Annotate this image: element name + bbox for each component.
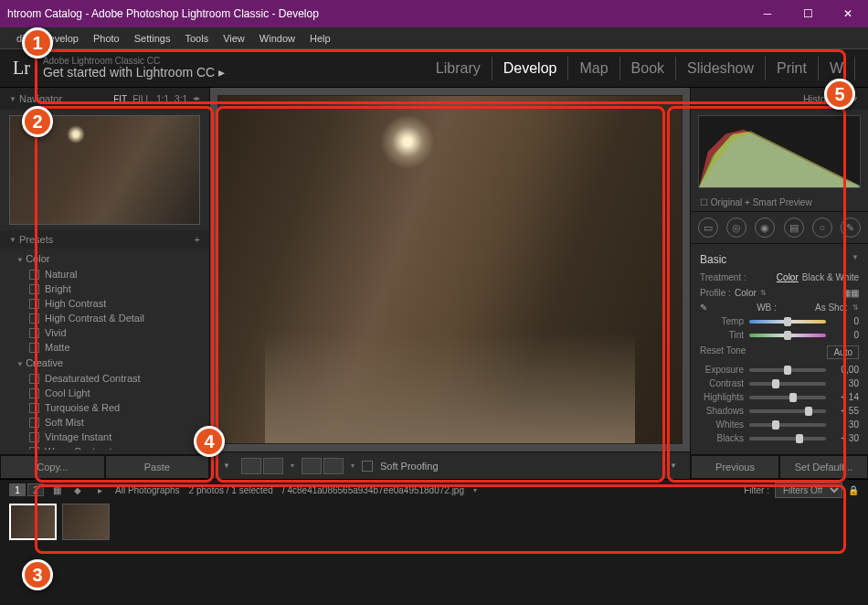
filter-lock-icon[interactable]: 🔒 bbox=[848, 485, 859, 495]
exposure-slider[interactable] bbox=[749, 368, 826, 372]
module-library[interactable]: Library bbox=[425, 57, 492, 80]
loupe-view-button[interactable] bbox=[241, 458, 261, 474]
tint-value[interactable]: 0 bbox=[831, 330, 859, 340]
whites-value[interactable]: - 30 bbox=[831, 419, 859, 430]
prev-photo-icon[interactable]: ◆ bbox=[70, 485, 85, 495]
grid-icon[interactable]: ▦ bbox=[53, 485, 61, 495]
menu-window[interactable]: Window bbox=[252, 30, 302, 47]
nav-1to1[interactable]: 1:1 bbox=[156, 94, 169, 104]
minimize-button[interactable]: ─ bbox=[747, 0, 788, 27]
image-canvas[interactable] bbox=[217, 95, 683, 444]
presets-title: Presets bbox=[19, 234, 53, 245]
shadows-value[interactable]: + 55 bbox=[831, 406, 859, 416]
nav-fill[interactable]: FILL bbox=[132, 94, 151, 104]
blacks-slider[interactable] bbox=[749, 437, 826, 440]
preset-item[interactable]: Desaturated Contrast bbox=[16, 371, 209, 386]
menu-view[interactable]: View bbox=[216, 30, 252, 47]
profile-grid-icon[interactable]: ▦▦ bbox=[842, 288, 859, 298]
thumbnail[interactable] bbox=[62, 504, 110, 540]
next-photo-icon[interactable]: ▸ bbox=[94, 485, 106, 495]
nav-fit[interactable]: FIT bbox=[113, 94, 127, 104]
preset-item[interactable]: Cool Light bbox=[16, 386, 209, 400]
preset-group-color[interactable]: Color bbox=[16, 250, 209, 267]
highlights-value[interactable]: + 14 bbox=[831, 392, 859, 402]
blacks-value[interactable]: + 30 bbox=[831, 433, 859, 443]
wb-value[interactable]: As Shot bbox=[815, 302, 847, 313]
menu-tools[interactable]: Tools bbox=[177, 30, 216, 47]
treatment-color[interactable]: Color bbox=[777, 272, 799, 282]
left-panel: ▼ Navigator FIT FILL 1:1 3:1 ◂▸ ▼ Preset… bbox=[0, 88, 210, 479]
dropdown-icon[interactable]: ▾ bbox=[351, 462, 355, 470]
paste-button[interactable]: Paste bbox=[105, 455, 210, 479]
module-map[interactable]: Map bbox=[568, 57, 619, 80]
set-default-button[interactable]: Set Default... bbox=[779, 455, 868, 479]
basic-header[interactable]: Basic ▼ bbox=[700, 249, 859, 270]
preset-item[interactable]: Matte bbox=[16, 340, 209, 355]
menu-photo[interactable]: Photo bbox=[86, 30, 127, 47]
previous-button[interactable]: Previous bbox=[691, 455, 779, 479]
gradient-tool[interactable]: ▤ bbox=[784, 218, 804, 238]
chevron-icon[interactable]: ◂▸ bbox=[193, 94, 200, 104]
temp-value[interactable]: 0 bbox=[831, 316, 859, 326]
auto-button[interactable]: Auto bbox=[827, 345, 859, 359]
profile-dropdown-icon[interactable]: ⇅ bbox=[760, 289, 767, 297]
exposure-value[interactable]: 0,00 bbox=[831, 365, 859, 375]
brush-tool[interactable]: ✎ bbox=[841, 218, 861, 238]
nav-3to1[interactable]: 3:1 bbox=[175, 94, 187, 104]
preset-group-creative[interactable]: Creative bbox=[16, 355, 209, 371]
add-preset-icon[interactable]: + bbox=[195, 234, 200, 245]
maximize-button[interactable]: ☐ bbox=[788, 0, 828, 27]
module-print[interactable]: Print bbox=[766, 57, 819, 80]
redeye-tool[interactable]: ◉ bbox=[755, 218, 775, 238]
toolbar-collapse-icon[interactable]: ▼ bbox=[219, 462, 234, 470]
treatment-bw[interactable]: Black & White bbox=[802, 272, 859, 282]
temp-slider[interactable] bbox=[749, 320, 826, 324]
eyedropper-icon[interactable]: ✎ bbox=[700, 302, 718, 313]
preset-item[interactable]: Turquoise & Red bbox=[16, 400, 209, 415]
filename-dropdown-icon[interactable]: ▾ bbox=[473, 486, 477, 494]
tint-slider[interactable] bbox=[749, 334, 826, 337]
module-slideshow[interactable]: Slideshow bbox=[676, 57, 766, 80]
shadows-slider[interactable] bbox=[749, 409, 826, 413]
profile-value[interactable]: Color bbox=[735, 288, 757, 298]
presets-header[interactable]: ▼ Presets + bbox=[0, 230, 209, 249]
wb-dropdown-icon[interactable]: ⇅ bbox=[852, 303, 859, 312]
annotation-badge-1: 1 bbox=[22, 27, 53, 58]
module-develop[interactable]: Develop bbox=[492, 57, 569, 80]
spot-tool[interactable]: ◎ bbox=[726, 218, 746, 238]
soft-proofing-checkbox[interactable] bbox=[362, 461, 373, 472]
thumbnail[interactable] bbox=[9, 504, 57, 540]
reset-tone-label[interactable]: Reset Tone bbox=[700, 345, 746, 359]
histogram-chart[interactable] bbox=[698, 115, 861, 188]
dropdown-icon[interactable]: ▾ bbox=[291, 462, 294, 470]
menu-settings[interactable]: Settings bbox=[127, 30, 178, 47]
preset-item[interactable]: Natural bbox=[16, 267, 209, 281]
filmstrip-source[interactable]: All Photographs bbox=[115, 485, 180, 495]
close-button[interactable]: ✕ bbox=[828, 0, 868, 27]
menu-help[interactable]: Help bbox=[302, 30, 338, 47]
contrast-slider[interactable] bbox=[749, 382, 826, 386]
preset-item[interactable]: Bright bbox=[16, 281, 209, 296]
preset-item[interactable]: High Contrast bbox=[16, 296, 209, 311]
preset-item[interactable]: Soft Mist bbox=[16, 415, 209, 430]
before-after-button[interactable] bbox=[263, 458, 283, 474]
compare-y-button[interactable] bbox=[302, 458, 322, 474]
contrast-value[interactable]: - 30 bbox=[831, 378, 859, 388]
copy-button[interactable]: Copy... bbox=[0, 455, 105, 479]
module-web[interactable]: W bbox=[819, 57, 855, 80]
whites-slider[interactable] bbox=[749, 423, 826, 427]
preset-item[interactable]: High Contrast & Detail bbox=[16, 311, 209, 325]
main-window-button[interactable]: 1 bbox=[9, 483, 26, 496]
second-window-button[interactable]: 2 bbox=[27, 483, 44, 496]
get-started-link[interactable]: Get started with Lightroom CC ▸ bbox=[43, 66, 225, 80]
preset-item[interactable]: Warm Contrast bbox=[16, 444, 209, 450]
filter-select[interactable]: Filters Off bbox=[775, 483, 842, 498]
toolbar-menu-icon[interactable]: ▼ bbox=[666, 462, 681, 470]
compare-x-button[interactable] bbox=[323, 458, 344, 474]
preset-item[interactable]: Vivid bbox=[16, 325, 209, 340]
preset-item[interactable]: Vintage Instant bbox=[16, 430, 209, 444]
radial-tool[interactable]: ○ bbox=[812, 218, 832, 238]
module-book[interactable]: Book bbox=[620, 57, 676, 80]
crop-tool[interactable]: ▭ bbox=[698, 218, 718, 238]
highlights-slider[interactable] bbox=[749, 396, 826, 399]
